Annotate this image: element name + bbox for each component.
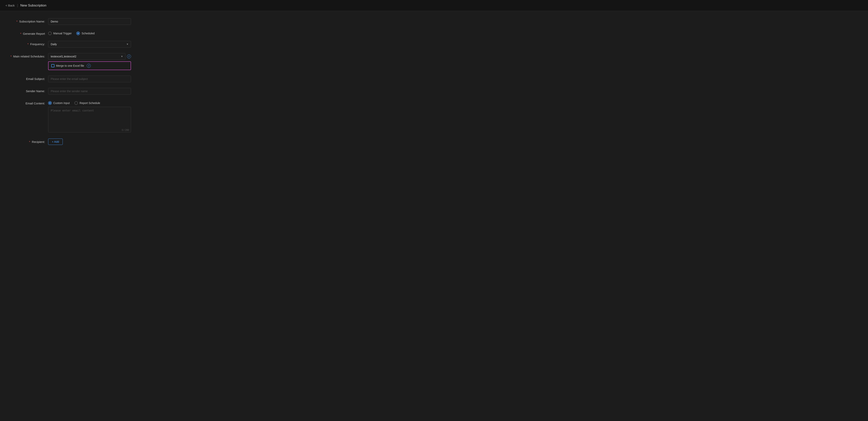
- schedules-select-wrapper: testexcel1,testexcel2 ▼: [48, 53, 125, 60]
- required-star-4: *: [10, 55, 12, 58]
- schedules-select[interactable]: testexcel1,testexcel2: [48, 53, 125, 60]
- radio-label-manual: Manual Trigger: [53, 32, 72, 35]
- email-subject-row: Email Subject:: [9, 76, 148, 82]
- merge-info-icon[interactable]: i: [87, 64, 91, 68]
- merge-checkbox[interactable]: [51, 64, 55, 67]
- page-title: New Subscription: [20, 4, 46, 7]
- merge-checkbox-row[interactable]: Merge to one Excel file i: [48, 61, 131, 70]
- main-related-schedules-label: * Main related Schedules:: [9, 53, 45, 58]
- required-star-5: *: [29, 140, 30, 144]
- email-content-label: Email Content:: [9, 100, 45, 105]
- frequency-select-wrapper: Daily Weekly Monthly ▼: [48, 41, 131, 48]
- back-button[interactable]: < Back: [5, 4, 14, 7]
- radio-circle-custom: [48, 101, 52, 105]
- merge-label: Merge to one Excel file: [56, 64, 84, 67]
- radio-circle-scheduled: [76, 32, 80, 35]
- frequency-label: * Frequency:: [9, 41, 45, 46]
- frequency-select[interactable]: Daily Weekly Monthly: [48, 41, 131, 48]
- radio-label-report: Report Schedule: [80, 101, 100, 104]
- required-star: *: [17, 20, 18, 23]
- radio-report-schedule[interactable]: Report Schedule: [74, 101, 100, 105]
- email-subject-input[interactable]: [48, 76, 131, 82]
- radio-label-custom: Custom Input: [53, 101, 70, 104]
- recipient-control: + Add: [48, 139, 131, 145]
- sender-name-label: Sender Name:: [9, 88, 45, 93]
- generate-report-row: * Generate Report Manual Trigger Schedul…: [9, 30, 148, 35]
- subscription-name-input[interactable]: [48, 18, 131, 25]
- recipient-label: * Recipient:: [9, 139, 45, 144]
- header-divider: |: [17, 3, 18, 7]
- schedules-control: testexcel1,testexcel2 ▼ i Merge to one E…: [48, 53, 131, 70]
- char-count: 0 / 200: [122, 129, 129, 131]
- email-content-radio-group: Custom Input Report Schedule: [48, 100, 131, 105]
- email-content-row: Email Content: Custom Input Report Sched…: [9, 100, 148, 133]
- sender-name-input[interactable]: [48, 88, 131, 94]
- required-star-2: *: [20, 32, 21, 35]
- subscription-name-label: * Subscription Name:: [9, 18, 45, 23]
- schedules-info-icon[interactable]: i: [127, 55, 131, 58]
- email-content-control: Custom Input Report Schedule 0 / 200: [48, 100, 131, 133]
- generate-report-label: * Generate Report: [9, 30, 45, 35]
- subscription-name-row: * Subscription Name:: [9, 18, 148, 25]
- email-subject-label: Email Subject:: [9, 76, 45, 81]
- sender-name-control: [48, 88, 131, 94]
- generate-report-control: Manual Trigger Scheduled: [48, 30, 131, 35]
- schedules-select-row: testexcel1,testexcel2 ▼ i: [48, 53, 131, 60]
- radio-circle-report: [74, 101, 78, 105]
- main-related-schedules-row: * Main related Schedules: testexcel1,tes…: [9, 53, 148, 70]
- generate-report-radio-group: Manual Trigger Scheduled: [48, 30, 131, 35]
- radio-scheduled[interactable]: Scheduled: [76, 32, 94, 35]
- main-content: * Subscription Name: * Generate Report M…: [0, 11, 868, 152]
- radio-manual-trigger[interactable]: Manual Trigger: [48, 32, 72, 35]
- add-recipient-button[interactable]: + Add: [48, 139, 63, 145]
- email-subject-control: [48, 76, 131, 82]
- subscription-name-control: [48, 18, 131, 25]
- sender-name-row: Sender Name:: [9, 88, 148, 94]
- header: < Back | New Subscription: [0, 0, 868, 11]
- radio-custom-input[interactable]: Custom Input: [48, 101, 70, 105]
- recipient-row: * Recipient: + Add: [9, 139, 148, 145]
- email-content-textarea[interactable]: [48, 107, 131, 132]
- radio-circle-manual: [48, 32, 52, 35]
- email-content-textarea-wrapper: 0 / 200: [48, 107, 131, 133]
- back-label: < Back: [5, 4, 14, 7]
- frequency-control: Daily Weekly Monthly ▼: [48, 41, 131, 48]
- form-section: * Subscription Name: * Generate Report M…: [9, 18, 148, 145]
- radio-label-scheduled: Scheduled: [82, 32, 94, 35]
- required-star-3: *: [27, 42, 29, 46]
- frequency-row: * Frequency: Daily Weekly Monthly ▼: [9, 41, 148, 48]
